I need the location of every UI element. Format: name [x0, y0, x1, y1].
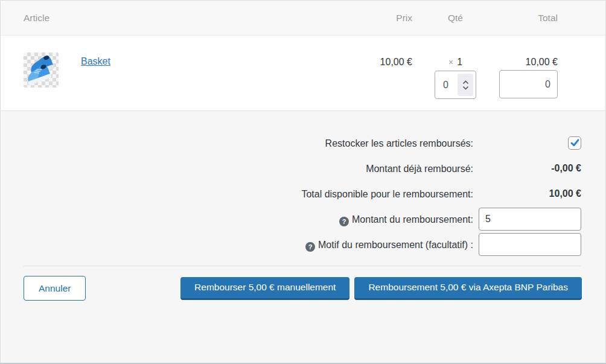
refund-amount-input[interactable]: [479, 208, 581, 231]
refund-gateway-button[interactable]: Remboursement 5,00 € via Axepta BNP Pari…: [354, 277, 582, 300]
column-header-price: Prix: [314, 13, 435, 24]
product-image: [24, 53, 59, 88]
column-header-qty: Qté: [435, 13, 476, 24]
restock-label: Restocker les articles remboursés:: [297, 132, 473, 155]
column-header-total: Total: [476, 13, 558, 24]
qty-line: ×1: [448, 56, 462, 68]
table-row: Basket 10,00 € ×1 0 10,00 €: [1, 36, 605, 110]
already-refunded-amount: -0,00 €: [551, 163, 581, 174]
column-header-article: Article: [24, 13, 314, 24]
footer-actions: Annuler Rembourser 5,00 € manuellement R…: [24, 276, 582, 301]
multiply-sign: ×: [448, 57, 453, 67]
product-link[interactable]: Basket: [81, 56, 110, 67]
refund-manual-button[interactable]: Rembourser 5,00 € manuellement: [180, 277, 349, 300]
chevron-down-icon: [462, 86, 469, 90]
form-row-total-available: Total disponible pour le remboursement: …: [1, 181, 605, 206]
form-row-refund-amount: ?Montant du remboursement:: [1, 206, 605, 232]
refund-form-section: Restocker les articles remboursés: Monta…: [1, 110, 605, 363]
help-icon[interactable]: ?: [305, 242, 315, 252]
total-cell: 10,00 €: [476, 53, 558, 99]
refund-reason-input[interactable]: [479, 233, 581, 256]
refund-qty-value: 0: [443, 80, 448, 91]
refund-amount-label: ?Montant du remboursement:: [297, 208, 473, 231]
restock-checkbox[interactable]: [568, 136, 581, 150]
price-cell: 10,00 €: [314, 56, 435, 99]
form-row-already-refunded: Montant déjà remboursé: -0,00 €: [1, 156, 605, 181]
refund-reason-label: ?Motif du remboursement (facultatif) :: [297, 233, 473, 257]
items-table-header: Article Prix Qté Total: [1, 1, 605, 36]
chevron-up-icon: [462, 80, 469, 85]
form-row-refund-reason: ?Motif du remboursement (facultatif) :: [1, 232, 605, 257]
qty-stepper[interactable]: [458, 74, 473, 96]
total-available-label: Total disponible pour le remboursement:: [297, 182, 473, 206]
refund-total-input[interactable]: [499, 70, 558, 98]
help-icon[interactable]: ?: [339, 217, 349, 226]
form-row-restock: Restocker les articles remboursés:: [1, 130, 605, 156]
checkmark-icon: [570, 138, 580, 148]
already-refunded-label: Montant déjà remboursé:: [297, 157, 473, 180]
qty-cell: ×1 0: [435, 53, 476, 99]
line-total: 10,00 €: [526, 56, 558, 68]
cancel-button[interactable]: Annuler: [24, 276, 86, 301]
refund-panel: Article Prix Qté Total: [0, 0, 606, 364]
article-cell: Basket: [24, 53, 314, 99]
footer-divider: [24, 266, 581, 266]
refund-qty-input[interactable]: 0: [435, 71, 476, 99]
sneaker-image: [24, 53, 59, 88]
total-available-amount: 10,00 €: [549, 188, 581, 199]
qty-ordered: 1: [457, 57, 462, 67]
